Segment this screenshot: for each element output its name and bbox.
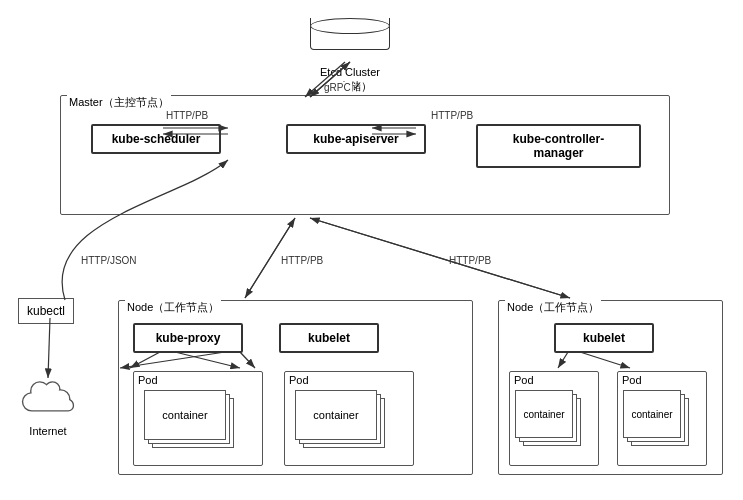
http-pb4-label: HTTP/PB [448, 255, 492, 266]
kubelet-left-box: kubelet [279, 323, 379, 353]
svg-line-12 [310, 218, 570, 298]
etcd-cylinder-icon [310, 18, 390, 63]
node-right-box: Node（工作节点） kubelet Pod container Pod con… [498, 300, 723, 475]
http-pb2-label: HTTP/PB [430, 110, 474, 121]
etcd-cluster: Etcd Cluster （存储） [295, 8, 405, 94]
grpc-label: gRPC [323, 82, 352, 93]
pod4-label: Pod [622, 374, 642, 386]
kube-apiserver-box: kube-apiserver [286, 124, 426, 154]
pod2-label: Pod [289, 374, 309, 386]
container3-stack: container [515, 390, 590, 455]
diagram: Etcd Cluster （存储） Master（主控节点） kube-sche… [0, 0, 743, 500]
internet-label: Internet [8, 425, 88, 437]
container2-label: container [295, 390, 377, 440]
kube-controller-box: kube-controller-manager [476, 124, 641, 168]
container4-label: container [623, 390, 681, 438]
http-json-label: HTTP/JSON [80, 255, 138, 266]
container3-label: container [515, 390, 573, 438]
svg-line-11 [310, 218, 570, 298]
container2-stack: container [295, 390, 395, 455]
pod4-outer: Pod container [617, 371, 707, 466]
node-right-label: Node（工作节点） [505, 300, 601, 315]
container4-stack: container [623, 390, 698, 455]
pod3-label: Pod [514, 374, 534, 386]
http-pb1-label: HTTP/PB [165, 110, 209, 121]
pod2-outer: Pod container [284, 371, 414, 466]
pod1-outer: Pod container [133, 371, 263, 466]
http-pb3-label: HTTP/PB [280, 255, 324, 266]
svg-line-13 [48, 318, 50, 378]
master-box: Master（主控节点） kube-scheduler kube-apiserv… [60, 95, 670, 215]
node-left-label: Node（工作节点） [125, 300, 221, 315]
container1-label: container [144, 390, 226, 440]
node-left-box: Node（工作节点） kube-proxy kubelet Pod contai… [118, 300, 473, 475]
master-label: Master（主控节点） [67, 95, 171, 110]
container1-stack: container [144, 390, 244, 455]
kube-proxy-box: kube-proxy [133, 323, 243, 353]
pod3-outer: Pod container [509, 371, 599, 466]
kubelet-right-box: kubelet [554, 323, 654, 353]
kubectl-box: kubectl [18, 298, 74, 324]
kube-scheduler-box: kube-scheduler [91, 124, 221, 154]
cloud-icon [14, 380, 82, 420]
pod1-label: Pod [138, 374, 158, 386]
internet-cloud: Internet [8, 380, 88, 437]
